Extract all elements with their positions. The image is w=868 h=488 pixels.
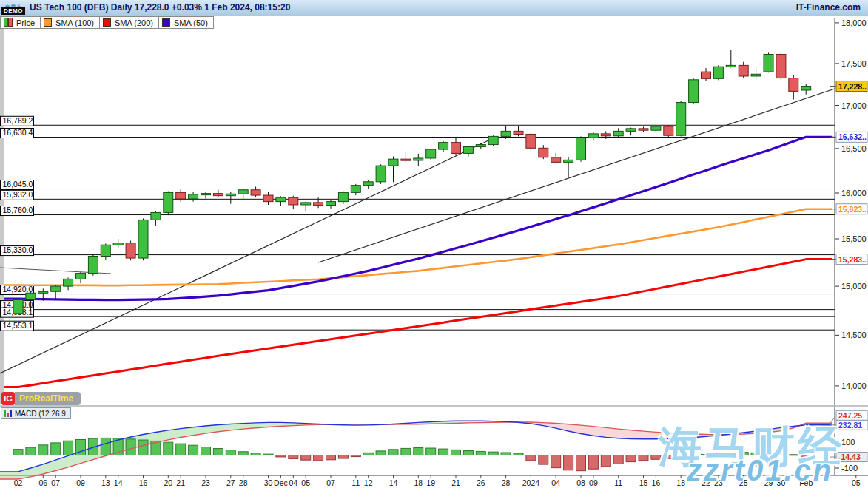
svg-text:18: 18 xyxy=(414,478,423,487)
trendlines xyxy=(0,89,835,373)
svg-text:21: 21 xyxy=(176,478,185,487)
svg-text:11: 11 xyxy=(614,478,622,487)
sma50-color-icon xyxy=(162,18,170,27)
svg-text:06: 06 xyxy=(38,478,47,487)
level-lines: 16,769.216,630.416,045.015,932.015,760.0… xyxy=(1,116,835,331)
svg-text:05: 05 xyxy=(301,478,310,487)
svg-text:15,283..: 15,283.. xyxy=(838,255,867,264)
legend-label: SMA (100) xyxy=(55,18,94,27)
svg-text:15,932.0: 15,932.0 xyxy=(3,190,33,199)
svg-text:14,000: 14,000 xyxy=(841,382,867,390)
svg-text:07: 07 xyxy=(326,478,335,487)
svg-text:27: 27 xyxy=(226,478,235,487)
svg-text:04: 04 xyxy=(289,478,297,487)
svg-text:14: 14 xyxy=(389,478,398,487)
svg-text:17,228..: 17,228.. xyxy=(838,82,867,91)
svg-text:16: 16 xyxy=(139,478,148,487)
provider-logo: IG ProRealTime xyxy=(1,392,81,405)
svg-text:05: 05 xyxy=(852,478,861,487)
svg-text:15: 15 xyxy=(639,478,648,487)
candles-layer xyxy=(13,50,811,319)
svg-text:28: 28 xyxy=(239,478,248,487)
legend-label: SMA (200) xyxy=(115,18,153,27)
watermark-url: zzrt01.cn xyxy=(687,454,833,487)
svg-text:15,760.0: 15,760.0 xyxy=(3,206,33,214)
svg-text:15,500: 15,500 xyxy=(841,234,867,243)
header: DEMO US Tech 100 (DFB) Daily 17,228.0 +0… xyxy=(0,0,868,16)
svg-text:07: 07 xyxy=(51,478,60,487)
svg-text:14: 14 xyxy=(114,478,123,487)
svg-text:16,000: 16,000 xyxy=(841,189,867,197)
svg-text:19: 19 xyxy=(426,478,435,487)
svg-text:11: 11 xyxy=(351,478,360,487)
svg-text:18: 18 xyxy=(676,478,685,487)
svg-text:09: 09 xyxy=(589,478,598,487)
macd-icon xyxy=(4,410,12,417)
sma-lines xyxy=(5,137,832,387)
svg-text:14,553.1: 14,553.1 xyxy=(3,321,33,330)
legend-item-sma50[interactable]: SMA (50) xyxy=(159,16,214,29)
chart-canvas[interactable]: 16,769.216,630.416,045.015,932.015,760.0… xyxy=(0,0,868,488)
svg-text:16,630.4: 16,630.4 xyxy=(3,128,33,137)
svg-text:21: 21 xyxy=(451,478,460,487)
prorealtime-logo: ProRealTime xyxy=(15,392,81,405)
svg-text:30: 30 xyxy=(264,478,273,487)
svg-text:15,000: 15,000 xyxy=(841,282,867,291)
svg-text:Dec: Dec xyxy=(274,478,288,487)
svg-text:08: 08 xyxy=(576,478,585,487)
svg-text:15,823..: 15,823.. xyxy=(838,205,867,214)
macd-legend[interactable]: MACD (12 26 9 xyxy=(1,407,71,419)
legend-item-price[interactable]: Price xyxy=(0,16,41,29)
demo-badge: DEMO xyxy=(1,7,25,15)
svg-text:20: 20 xyxy=(164,478,172,487)
svg-text:13: 13 xyxy=(101,478,110,487)
svg-text:26: 26 xyxy=(477,478,485,487)
svg-text:16,500: 16,500 xyxy=(841,144,867,153)
macd-legend-label: MACD (12 26 9 xyxy=(15,410,66,418)
svg-text:2024: 2024 xyxy=(522,478,540,487)
legend-item-sma100[interactable]: SMA (100) xyxy=(41,16,100,29)
ig-logo: IG xyxy=(1,392,15,405)
svg-text:16: 16 xyxy=(652,478,661,487)
svg-text:17,500: 17,500 xyxy=(841,59,867,68)
svg-text:17,000: 17,000 xyxy=(841,101,867,110)
svg-text:15,330.0: 15,330.0 xyxy=(3,245,33,254)
legend-item-sma200[interactable]: SMA (200) xyxy=(100,16,159,29)
svg-text:23: 23 xyxy=(201,478,210,487)
legend-bar: Price SMA (100) SMA (200) SMA (50) xyxy=(0,16,214,28)
svg-text:09: 09 xyxy=(76,478,85,487)
svg-text:16,769.2: 16,769.2 xyxy=(3,116,33,125)
svg-text:12: 12 xyxy=(364,478,373,487)
svg-text:04: 04 xyxy=(551,478,560,487)
svg-text:28: 28 xyxy=(502,478,511,487)
sma100-color-icon xyxy=(44,18,52,27)
price-series-icon xyxy=(4,18,13,28)
legend-label: Price xyxy=(16,18,35,27)
svg-text:14,500: 14,500 xyxy=(841,331,867,339)
brand-label: IT-Finance.com xyxy=(796,2,861,13)
svg-text:16,045.0: 16,045.0 xyxy=(3,180,33,189)
sma200-color-icon xyxy=(103,18,111,27)
svg-text:18,000: 18,000 xyxy=(841,18,867,27)
svg-text:16,632..: 16,632.. xyxy=(838,132,867,141)
trading-chart-window: 16,769.216,630.416,045.015,932.015,760.0… xyxy=(0,0,868,488)
legend-label: SMA (50) xyxy=(174,18,208,27)
chart-title: US Tech 100 (DFB) Daily 17,228.0 +0.03% … xyxy=(30,2,290,13)
